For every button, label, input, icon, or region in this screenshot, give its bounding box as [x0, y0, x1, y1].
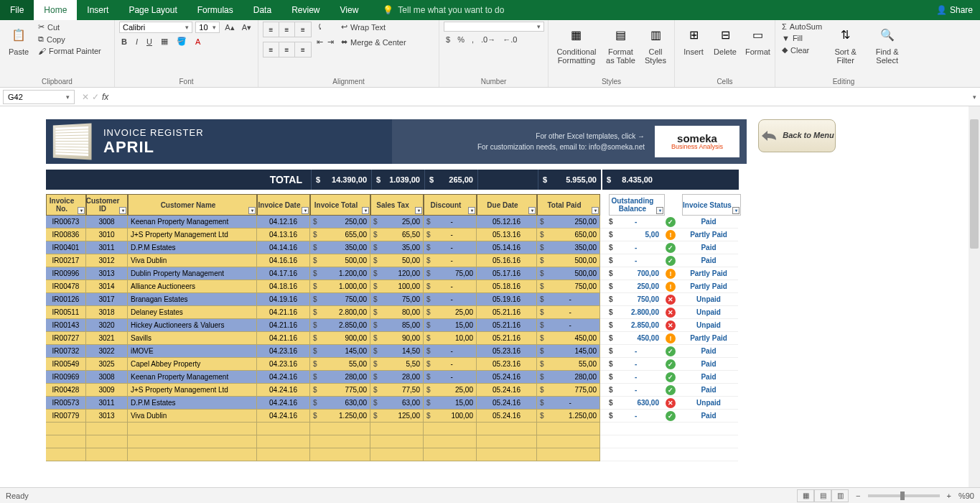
number-format-select[interactable]: ▾ — [444, 22, 544, 32]
cell-total-paid[interactable]: $250,00 — [537, 216, 600, 229]
cell-outstanding-balance[interactable]: $630,00 — [606, 397, 662, 410]
cell-customer-id[interactable]: 3020 — [86, 319, 128, 332]
cell-sales-tax[interactable]: $35,00 — [370, 241, 424, 254]
cell-invoice-date[interactable]: 04.23.16 — [257, 358, 310, 371]
share-button[interactable]: 👤 Share — [936, 5, 973, 15]
cell-customer-name[interactable]: Capel Abbey Property — [128, 358, 257, 371]
cell-outstanding-balance[interactable]: $- — [606, 410, 662, 423]
cell-customer-id[interactable]: 3022 — [86, 345, 128, 358]
cell-customer-id[interactable]: 3011 — [86, 241, 128, 254]
comma-button[interactable]: , — [470, 34, 476, 45]
cell-invoice-total[interactable]: $2.800,00 — [310, 306, 370, 319]
font-color-button[interactable]: A — [193, 36, 202, 47]
cell-sales-tax[interactable]: $5,50 — [370, 358, 424, 371]
cell-invoice-status[interactable]: Partly Paid — [679, 280, 738, 293]
cell-discount[interactable]: $- — [424, 345, 477, 358]
cell-outstanding-balance[interactable]: $- — [606, 358, 662, 371]
cell-discount[interactable]: $- — [424, 216, 477, 229]
col-customer-id[interactable]: Customer ID▾ — [86, 194, 128, 216]
cell-customer-name[interactable]: D.P.M Estates — [128, 397, 257, 410]
filter-icon[interactable]: ▾ — [415, 207, 422, 214]
cell-outstanding-balance[interactable]: $2.800,00 — [606, 306, 662, 319]
cell-invoice-status[interactable]: Unpaid — [679, 397, 738, 410]
cell-total-paid[interactable]: $145,00 — [537, 345, 600, 358]
cell-discount[interactable]: $- — [424, 254, 477, 267]
cell-invoice-date[interactable]: 04.19.16 — [257, 293, 310, 306]
page-layout-view-button[interactable]: ▤ — [814, 489, 831, 502]
table-row[interactable]: IR007793013Viva Dublin04.24.16$1.250,00$… — [46, 410, 980, 423]
table-row[interactable]: IR001263017Branagan Estates04.19.16$750,… — [46, 293, 980, 306]
cell-outstanding-balance[interactable]: $250,00 — [606, 280, 662, 293]
cell-total-paid[interactable]: $- — [537, 397, 600, 410]
cell-invoice-date[interactable]: 04.21.16 — [257, 306, 310, 319]
table-row-empty[interactable] — [46, 448, 980, 461]
cell-due-date[interactable]: 05.23.16 — [477, 345, 537, 358]
cell-customer-name[interactable]: Viva Dublin — [128, 254, 257, 267]
cell-total-paid[interactable]: $280,00 — [537, 371, 600, 384]
cell-invoice-total[interactable]: $2.850,00 — [310, 319, 370, 332]
underline-button[interactable]: U — [144, 36, 154, 47]
align-bottom-button[interactable]: ≡ — [295, 22, 311, 37]
table-row[interactable]: IR007323022iMOVE04.23.16$145,00$14,50$-0… — [46, 345, 980, 358]
cell-invoice-status[interactable]: Paid — [679, 371, 738, 384]
filter-icon[interactable]: ▾ — [468, 207, 475, 214]
page-break-view-button[interactable]: ▥ — [831, 489, 849, 502]
cell-invoice-total[interactable]: $775,00 — [310, 384, 370, 397]
cell-sales-tax[interactable]: $100,00 — [370, 280, 424, 293]
cell-customer-name[interactable]: Delaney Estates — [128, 306, 257, 319]
cell-sales-tax[interactable]: $80,00 — [370, 306, 424, 319]
cell-customer-name[interactable]: Keenan Property Management — [128, 216, 257, 229]
table-row[interactable]: IR005733011D.P.M Estates04.24.16$630,00$… — [46, 397, 980, 410]
formula-input[interactable] — [113, 90, 969, 104]
zoom-level[interactable]: %90 — [958, 492, 974, 500]
expand-formula-icon[interactable]: ▾ — [969, 93, 980, 101]
table-row-empty[interactable] — [46, 423, 980, 435]
filter-icon[interactable]: ▾ — [302, 207, 309, 214]
enter-formula-icon[interactable]: ✓ — [92, 92, 99, 102]
cell-outstanding-balance[interactable]: $- — [606, 371, 662, 384]
cell-customer-id[interactable]: 3010 — [86, 229, 128, 241]
cell-due-date[interactable]: 05.14.16 — [477, 241, 537, 254]
fill-color-button[interactable]: 🪣 — [174, 36, 189, 47]
cell-total-paid[interactable]: $500,00 — [537, 254, 600, 267]
cell-invoice-no[interactable]: IR00732 — [46, 345, 86, 358]
align-center-button[interactable]: ≡ — [279, 42, 295, 57]
cell-outstanding-balance[interactable]: $450,00 — [606, 332, 662, 345]
cell-due-date[interactable]: 05.24.16 — [477, 410, 537, 423]
cell-invoice-total[interactable]: $250,00 — [310, 216, 370, 229]
cell-sales-tax[interactable]: $63,00 — [370, 397, 424, 410]
col-invoice-no[interactable]: Invoice No.▾ — [46, 194, 86, 216]
cell-invoice-date[interactable]: 04.17.16 — [257, 267, 310, 280]
back-to-menu-button[interactable]: Back to Menu — [758, 119, 836, 152]
tab-view[interactable]: View — [330, 0, 369, 20]
cell-customer-name[interactable]: Viva Dublin — [128, 410, 257, 423]
cell-customer-name[interactable]: Branagan Estates — [128, 293, 257, 306]
insert-button[interactable]: ⊞Insert — [679, 22, 708, 57]
cell-customer-id[interactable]: 3012 — [86, 254, 128, 267]
cell-sales-tax[interactable]: $77,50 — [370, 384, 424, 397]
table-row[interactable]: IR008363010J+S Property Management Ltd04… — [46, 229, 980, 241]
tell-me[interactable]: 💡 Tell me what you want to do — [383, 5, 504, 15]
cell-invoice-date[interactable]: 04.21.16 — [257, 332, 310, 345]
cell-total-paid[interactable]: $650,00 — [537, 229, 600, 241]
fill-button[interactable]: ▼Fill — [780, 33, 824, 43]
cell-invoice-no[interactable]: IR00143 — [46, 319, 86, 332]
cell-invoice-no[interactable]: IR00969 — [46, 371, 86, 384]
cell-customer-id[interactable]: 3008 — [86, 371, 128, 384]
currency-button[interactable]: $ — [444, 34, 452, 45]
cell-invoice-date[interactable]: 04.23.16 — [257, 345, 310, 358]
cell-customer-name[interactable]: Alliance Auctioneers — [128, 280, 257, 293]
cell-outstanding-balance[interactable]: $- — [606, 216, 662, 229]
vertical-scrollbar[interactable] — [969, 106, 980, 487]
align-right-button[interactable]: ≡ — [295, 42, 311, 57]
table-row[interactable]: IR006733008Keenan Property Management04.… — [46, 216, 980, 229]
tab-insert[interactable]: Insert — [77, 0, 118, 20]
cell-sales-tax[interactable]: $75,00 — [370, 293, 424, 306]
cell-total-paid[interactable]: $775,00 — [537, 384, 600, 397]
col-sales-tax[interactable]: Sales Tax▾ — [370, 194, 424, 216]
cell-invoice-total[interactable]: $1.000,00 — [310, 280, 370, 293]
cell-sales-tax[interactable]: $50,00 — [370, 254, 424, 267]
cell-customer-name[interactable]: Dublin Property Management — [128, 267, 257, 280]
cell-invoice-date[interactable]: 04.16.16 — [257, 254, 310, 267]
cell-invoice-status[interactable]: Unpaid — [679, 293, 738, 306]
